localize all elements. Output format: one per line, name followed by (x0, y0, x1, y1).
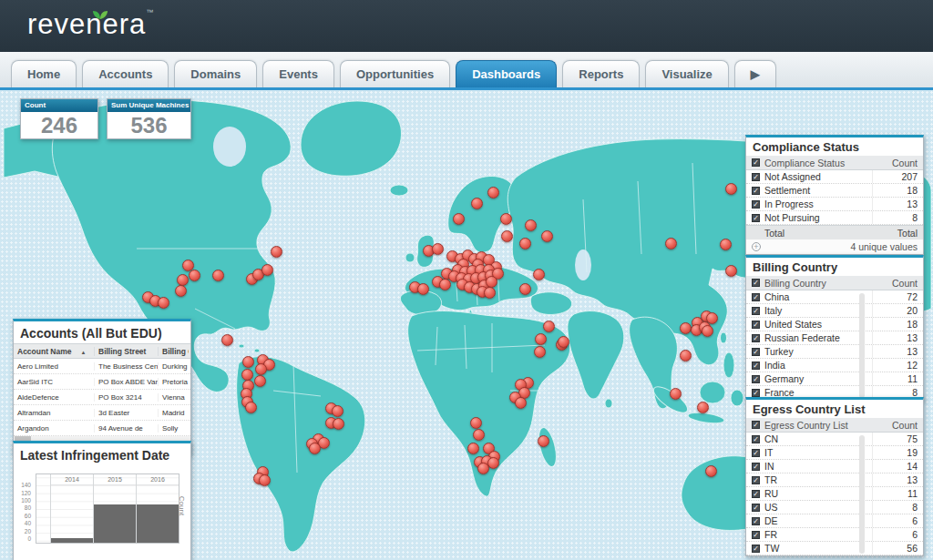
map-pin[interactable] (680, 350, 692, 361)
sort-asc-icon[interactable]: ▲ (81, 350, 87, 355)
checkbox-icon[interactable] (752, 307, 760, 315)
checkbox-icon[interactable] (752, 463, 760, 471)
table-row[interactable]: Altramdan 3d Easter Madrid (14, 405, 190, 421)
egress-row[interactable]: DE 6 (746, 514, 923, 528)
nav-tab[interactable]: Visualize (645, 60, 728, 87)
checkbox-icon[interactable] (752, 375, 760, 383)
map-pin[interactable] (473, 429, 485, 441)
map-pin[interactable] (175, 285, 187, 297)
map-pin[interactable] (725, 183, 737, 195)
add-icon[interactable] (752, 242, 761, 251)
map-pin[interactable] (541, 230, 553, 242)
map-pin[interactable] (558, 336, 569, 348)
nav-tab[interactable]: ▶ (734, 60, 776, 87)
map-pin[interactable] (177, 274, 189, 286)
checkbox-icon[interactable] (752, 293, 760, 301)
map-pin[interactable] (519, 238, 531, 249)
checkbox-icon[interactable] (752, 334, 760, 342)
map-pin[interactable] (467, 443, 479, 454)
compliance-row[interactable]: Not Pursuing 8 (746, 211, 923, 225)
egress-row[interactable]: US 8 (746, 501, 923, 514)
map-pin[interactable] (697, 402, 709, 413)
checkbox-icon[interactable] (752, 361, 760, 370)
map-pin[interactable] (332, 405, 343, 417)
map-pin[interactable] (702, 325, 713, 337)
table-row[interactable]: Aero Limited The Business Center Durking (14, 359, 190, 374)
checkbox-icon[interactable] (752, 435, 760, 443)
checkbox-icon[interactable] (752, 187, 760, 195)
map-pin[interactable] (486, 276, 497, 288)
table-row[interactable]: AldeDefence PO Box 3214 Vienna (14, 390, 190, 405)
checkbox-icon[interactable] (752, 158, 760, 167)
table-row[interactable]: AarSid ITC PO Box ABDE Van Pretoria (14, 374, 190, 390)
nav-tab[interactable]: Dashboards (456, 60, 557, 87)
map-pin[interactable] (534, 346, 546, 358)
checkbox-icon[interactable] (752, 490, 760, 498)
accounts-col-name[interactable]: Account Name▲ (14, 347, 94, 356)
map-pin[interactable] (720, 239, 732, 250)
map-pin[interactable] (212, 270, 224, 281)
map-pin[interactable] (525, 219, 537, 231)
checkbox-icon[interactable] (752, 476, 760, 484)
nav-tab[interactable]: Opportunities (340, 60, 450, 87)
map-pin[interactable] (245, 402, 257, 413)
nav-tab[interactable]: Reports (562, 60, 640, 87)
billing-row[interactable]: Italy 20 (746, 304, 923, 318)
accounts-col-street[interactable]: Billing Street (94, 347, 158, 356)
egress-row[interactable]: RU 11 (746, 487, 923, 501)
compliance-row[interactable]: In Progress 13 (746, 198, 923, 211)
table-row[interactable]: Argandon 94 Avenue de Solly (14, 421, 190, 436)
map-pin[interactable] (471, 198, 483, 209)
billing-row[interactable]: India 12 (746, 359, 923, 372)
checkbox-icon[interactable] (752, 389, 760, 397)
checkbox-icon[interactable] (752, 421, 760, 429)
egress-scrollbar[interactable] (859, 435, 865, 554)
map-pin[interactable] (705, 465, 717, 477)
compliance-row[interactable]: Settlement 18 (746, 184, 923, 198)
checkbox-icon[interactable] (752, 545, 760, 553)
map-pin[interactable] (543, 321, 555, 332)
billing-scrollbar[interactable] (859, 293, 865, 398)
map-pin[interactable] (254, 375, 266, 387)
billing-row[interactable]: United States 18 (746, 318, 923, 331)
map-pin[interactable] (680, 322, 692, 334)
map-pin[interactable] (487, 187, 499, 199)
egress-row[interactable]: FR 6 (746, 528, 923, 542)
egress-row[interactable]: TR 13 (746, 473, 923, 487)
nav-tab[interactable]: Accounts (82, 60, 169, 87)
map-pin[interactable] (158, 297, 169, 309)
checkbox-icon[interactable] (752, 348, 760, 356)
nav-tab[interactable]: Events (262, 60, 334, 87)
checkbox-icon[interactable] (752, 449, 760, 457)
nav-tab[interactable]: Domains (174, 60, 257, 87)
map-pin[interactable] (535, 333, 547, 345)
map-pin[interactable] (432, 243, 444, 255)
map-pin[interactable] (519, 283, 531, 295)
map-pin[interactable] (189, 270, 200, 281)
map-pin[interactable] (500, 213, 512, 225)
map-pin[interactable] (515, 397, 527, 409)
map-pin[interactable] (533, 269, 545, 280)
billing-row[interactable]: Russian Federate 13 (746, 331, 923, 345)
chart-bar[interactable] (51, 538, 93, 543)
map-pin[interactable] (439, 279, 451, 290)
accounts-col-city[interactable]: Billing City (158, 347, 189, 356)
map-pin[interactable] (665, 238, 677, 249)
egress-row[interactable]: TW 56 (746, 542, 923, 555)
map-pin[interactable] (261, 264, 273, 276)
map-pin[interactable] (259, 474, 271, 486)
map-pin[interactable] (477, 463, 489, 474)
compliance-row[interactable]: Not Assigned 207 (746, 170, 923, 184)
map-pin[interactable] (501, 230, 513, 242)
checkbox-icon[interactable] (752, 321, 760, 329)
egress-row[interactable]: IN 14 (746, 460, 923, 473)
map-pin[interactable] (309, 443, 321, 454)
checkbox-icon[interactable] (752, 504, 760, 512)
map-pin[interactable] (453, 213, 465, 225)
checkbox-icon[interactable] (752, 214, 760, 222)
map-pin[interactable] (538, 435, 549, 447)
map-pin[interactable] (221, 334, 233, 346)
map-pin[interactable] (242, 356, 254, 368)
checkbox-icon[interactable] (752, 173, 760, 181)
egress-row[interactable]: CN 75 (746, 433, 923, 446)
